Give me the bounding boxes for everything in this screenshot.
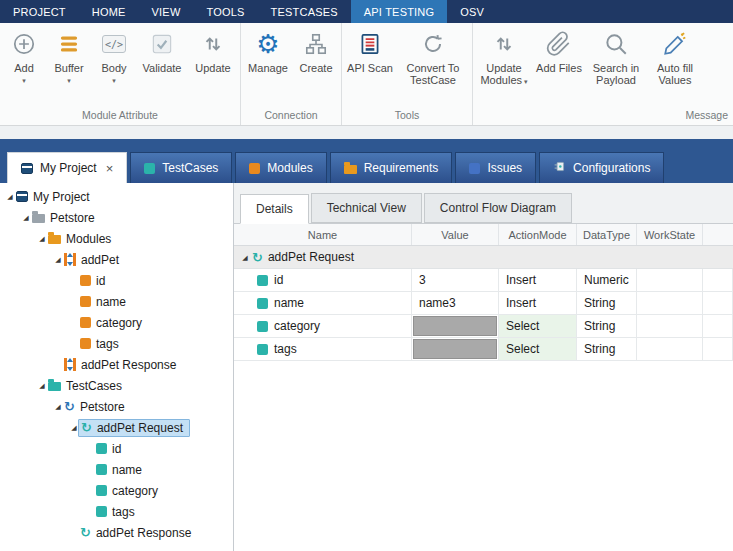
tab-testcases[interactable]: TestCases xyxy=(130,152,232,183)
tab-control-flow-diagram[interactable]: Control Flow Diagram xyxy=(424,193,572,223)
tab-requirements[interactable]: Requirements xyxy=(330,152,453,183)
cell-workstate[interactable] xyxy=(637,315,703,337)
tree-item-testcases[interactable]: ◢ TestCases xyxy=(0,375,233,396)
menu-tools[interactable]: TOOLS xyxy=(193,0,257,23)
buffer-icon xyxy=(56,29,82,59)
tree-item-category[interactable]: category xyxy=(0,312,233,333)
cell-datatype[interactable]: String xyxy=(577,338,637,360)
auto-fill-values-button[interactable]: Auto fill Values xyxy=(647,28,703,86)
buffer-button[interactable]: Buffer ▾ xyxy=(46,28,92,85)
tree-item-tags[interactable]: tags xyxy=(0,501,233,522)
create-button[interactable]: Create xyxy=(293,28,339,74)
convert-to-testcase-button[interactable]: Convert To TestCase xyxy=(396,28,470,86)
magic-pencil-icon xyxy=(662,29,688,59)
update-modules-button[interactable]: Update Modules▾ xyxy=(475,28,533,88)
tab-my-project[interactable]: My Project × xyxy=(7,152,127,183)
update-button[interactable]: Update xyxy=(188,28,238,74)
attribute-icon xyxy=(257,298,268,309)
grid-header: Name Value ActionMode DataType WorkState xyxy=(234,224,733,246)
folder-icon xyxy=(32,214,45,223)
add-files-button[interactable]: Add Files xyxy=(533,28,585,74)
tree-item-petstore[interactable]: ◢ Petstore xyxy=(0,207,233,228)
cell-actionmode[interactable]: Select xyxy=(499,338,577,360)
tree-item-id[interactable]: id xyxy=(0,438,233,459)
detail-tab-bar: Details Technical View Control Flow Diag… xyxy=(234,183,733,224)
cell-filler xyxy=(703,269,733,291)
tree-item-id[interactable]: id xyxy=(0,270,233,291)
cell-datatype[interactable]: String xyxy=(577,315,637,337)
cell-name[interactable]: category xyxy=(234,315,412,337)
tree-item-modules[interactable]: ◢ Modules xyxy=(0,228,233,249)
expander-icon[interactable]: ◢ xyxy=(36,235,48,242)
tab-details[interactable]: Details xyxy=(240,194,309,224)
project-tree: ◢ My Project ◢ Petstore ◢ Modules ◢ addP… xyxy=(0,183,234,551)
menu-view[interactable]: VIEW xyxy=(139,0,194,23)
tree-item-addpet-module[interactable]: ◢ addPet xyxy=(0,249,233,270)
refresh-icon: ↻ xyxy=(252,251,263,264)
api-scan-button[interactable]: API Scan xyxy=(344,28,396,74)
validate-icon xyxy=(149,29,175,59)
column-header-name: Name xyxy=(234,224,412,245)
update-modules-icon xyxy=(491,29,517,59)
dropdown-arrow-icon[interactable]: ▾ xyxy=(67,76,71,85)
cell-value[interactable]: 3 xyxy=(412,269,499,291)
cell-actionmode[interactable]: Select xyxy=(499,315,577,337)
expander-icon[interactable]: ◢ xyxy=(52,256,64,263)
cell-value[interactable]: name3 xyxy=(412,292,499,314)
attribute-icon xyxy=(80,338,91,349)
expander-icon[interactable]: ◢ xyxy=(239,254,251,261)
cell-actionmode[interactable]: Insert xyxy=(499,269,577,291)
add-button[interactable]: Add ▾ xyxy=(2,28,46,85)
cell-filler xyxy=(703,292,733,314)
cell-workstate[interactable] xyxy=(637,292,703,314)
search-in-payload-button[interactable]: Search in Payload xyxy=(585,28,647,86)
detail-panel: Details Technical View Control Flow Diag… xyxy=(234,183,733,551)
cell-actionmode[interactable]: Insert xyxy=(499,292,577,314)
cell-filler xyxy=(703,338,733,360)
module-icon xyxy=(64,358,76,371)
tree-item-my-project[interactable]: ◢ My Project xyxy=(0,186,233,207)
cell-workstate[interactable] xyxy=(637,338,703,360)
validate-button[interactable]: Validate xyxy=(136,28,188,74)
attribute-icon xyxy=(96,443,107,454)
menu-api-testing[interactable]: API TESTING xyxy=(351,0,447,23)
tab-modules[interactable]: Modules xyxy=(235,152,326,183)
cell-name[interactable]: tags xyxy=(234,338,412,360)
dropdown-arrow-icon[interactable]: ▾ xyxy=(22,76,26,85)
tree-item-tags[interactable]: tags xyxy=(0,333,233,354)
tab-issues[interactable]: Issues xyxy=(455,152,536,183)
tab-configurations[interactable]: Configurations xyxy=(539,152,664,183)
tree-item-petstore-testcase[interactable]: ◢ ↻ Petstore xyxy=(0,396,233,417)
body-button[interactable]: </> Body ▾ xyxy=(92,28,136,85)
cell-workstate[interactable] xyxy=(637,269,703,291)
cell-name[interactable]: name xyxy=(234,292,412,314)
refresh-icon: ↻ xyxy=(80,526,91,539)
table-row-category: category Select String xyxy=(234,315,733,338)
tree-item-name[interactable]: name xyxy=(0,291,233,312)
menu-home[interactable]: HOME xyxy=(79,0,139,23)
tree-item-name[interactable]: name xyxy=(0,459,233,480)
menu-osv[interactable]: OSV xyxy=(447,0,497,23)
expander-icon[interactable]: ◢ xyxy=(52,403,64,410)
testcases-icon xyxy=(144,163,155,174)
group-row-addpet-request[interactable]: ◢ ↻ addPet Request xyxy=(234,246,733,269)
column-header-value: Value xyxy=(412,224,499,245)
tree-item-addpet-response[interactable]: ↻ addPet Response xyxy=(0,522,233,543)
menu-testcases[interactable]: TESTCASES xyxy=(258,0,351,23)
expander-icon[interactable]: ◢ xyxy=(20,214,32,221)
expander-icon[interactable]: ◢ xyxy=(4,193,16,200)
column-header-datatype: DataType xyxy=(577,224,637,245)
dropdown-arrow-icon[interactable]: ▾ xyxy=(112,76,116,85)
manage-button[interactable]: ⚙ Manage xyxy=(243,28,293,74)
cell-datatype[interactable]: Numeric xyxy=(577,269,637,291)
tree-item-addpet-request[interactable]: ◢ ↻ addPet Request xyxy=(0,417,233,438)
cell-datatype[interactable]: String xyxy=(577,292,637,314)
expander-icon[interactable]: ◢ xyxy=(36,382,48,389)
tree-item-addpet-response-module[interactable]: addPet Response xyxy=(0,354,233,375)
menu-project[interactable]: PROJECT xyxy=(0,0,79,23)
convert-arrow-icon xyxy=(420,29,446,59)
cell-name[interactable]: id xyxy=(234,269,412,291)
close-icon[interactable]: × xyxy=(106,162,114,175)
tree-item-category[interactable]: category xyxy=(0,480,233,501)
tab-technical-view[interactable]: Technical View xyxy=(311,193,422,223)
